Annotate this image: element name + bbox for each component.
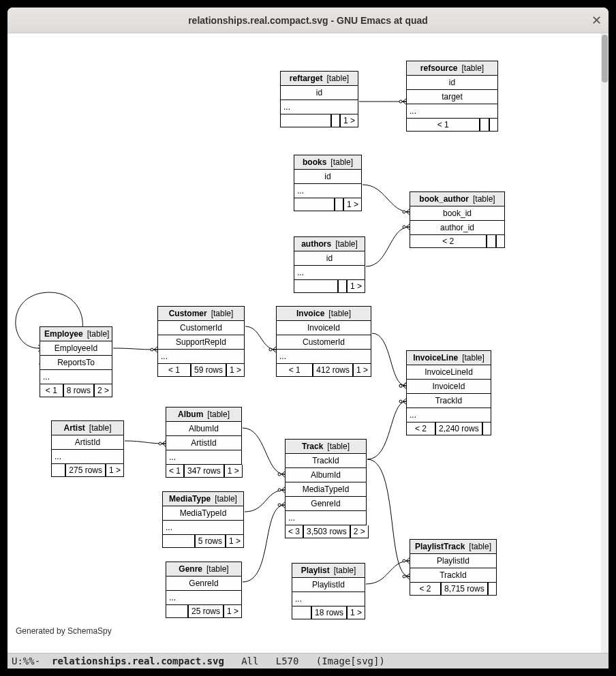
footer-right: 1 > [226,364,245,377]
table-footer: 25 rows1 > [166,605,242,618]
column-author_id: author_id [410,221,505,235]
table-invoice: Invoice[table]InvoiceIdCustomerId...< 14… [276,306,371,377]
table-footer: < 22,240 rows [406,422,491,435]
footer-right [489,119,498,132]
window-title: relationships.real.compact.svg - GNU Ema… [188,15,428,26]
footer-mid: 3,503 rows [303,525,350,538]
columns-ellipsis: ... [157,350,245,364]
footer-mid [480,119,489,132]
column-book_id: book_id [410,206,505,221]
table-header: Playlist[table] [292,563,365,578]
column-supportrepid: SupportRepId [157,335,245,350]
footer-mid: 18 rows [311,606,347,619]
table-header: PlaylistTrack[table] [410,539,497,554]
table-track: Track[table]TrackIdAlbumIdMediaTypeIdGen… [285,439,367,538]
footer-left: < 3 [285,525,303,538]
table-album: Album[table]AlbumIdArtistId...< 1347 row… [166,407,242,478]
table-type-label: [table] [469,542,491,551]
columns-ellipsis: ... [285,511,367,525]
footer-mid: 5 rows [195,535,226,548]
table-artist: Artist[table]ArtistId... 275 rows1 > [51,420,124,477]
table-type-label: [table] [327,442,350,451]
table-name: Track [302,442,323,451]
column-mediatypeid: MediaTypeId [162,506,244,521]
table-header: Track[table] [285,439,367,454]
footer-left: < 1 [166,465,184,478]
footer-right: 1 > [106,464,124,477]
columns-ellipsis: ... [280,100,358,114]
footer-right [488,583,497,596]
table-name: book_author [419,194,469,204]
column-reportsto: ReportsTo [40,356,112,370]
table-type-label: [table] [330,157,353,167]
table-name: Album [178,410,203,419]
column-playlistid: PlaylistId [410,554,497,568]
columns-ellipsis: ... [166,450,242,465]
footer-mid: 347 rows [184,465,224,478]
table-header: books[table] [294,155,362,170]
table-name: Employee [44,329,83,339]
column-mediatypeid: MediaTypeId [285,482,367,497]
footer-left: < 2 [410,583,441,596]
footer-mid: 25 rows [188,605,224,618]
scrollbar-thumb[interactable] [602,35,608,82]
table-customer: Customer[table]CustomerIdSupportRepId...… [157,306,245,377]
diagram-canvas: reftarget[table]id... 1 >refsource[table… [7,33,609,653]
table-type-label: [table] [473,194,495,204]
table-header: Employee[table] [40,326,112,341]
columns-ellipsis: ... [292,592,365,606]
table-header: Customer[table] [157,306,245,321]
table-name: Genre [179,564,202,574]
columns-ellipsis: ... [406,104,498,119]
column-artistid: ArtistId [51,435,124,450]
table-header: InvoiceLine[table] [406,350,491,365]
footer-mid: 275 rows [65,464,106,477]
footer-right: 1 > [224,605,242,618]
column-trackid: TrackId [406,394,491,408]
column-invoiceid: InvoiceId [406,380,491,394]
table-playlist: Playlist[table]PlaylistId... 18 rows1 > [292,563,365,619]
column-invoiceid: InvoiceId [276,321,371,335]
column-trackid: TrackId [285,454,367,468]
footer-left [162,535,195,548]
footer-right: 2 > [350,525,369,538]
table-footer: < 28,715 rows [410,583,497,596]
columns-ellipsis: ... [276,350,371,364]
table-header: Album[table] [166,407,242,422]
footer-mid: 412 rows [313,364,353,377]
table-type-label: [table] [334,566,356,575]
column-artistid: ArtistId [166,436,242,450]
columns-ellipsis: ... [294,266,365,280]
table-type-label: [table] [328,309,351,318]
table-name: InvoiceLine [413,353,458,363]
vertical-scrollbar[interactable] [601,33,609,653]
column-customerid: CustomerId [157,321,245,335]
emacs-window: relationships.real.compact.svg - GNU Ema… [7,7,609,669]
modeline: U:%%- relationships.real.compact.svg All… [7,653,609,669]
footer-mid [335,198,343,211]
table-type-label: [table] [215,494,237,504]
footer-mid: 8,715 rows [441,583,488,596]
table-type-label: [table] [462,63,484,73]
table-name: Invoice [296,309,324,318]
table-name: refsource [420,63,458,73]
close-icon[interactable]: ✕ [591,13,602,28]
footer-left [292,606,311,619]
table-footer: < 2 [410,235,505,248]
footer-left: < 1 [157,364,191,377]
table-footer: 1 > [294,198,362,211]
footer-right [496,235,505,248]
table-header: MediaType[table] [162,491,244,506]
footer-left: < 1 [40,384,63,397]
table-footer: < 1347 rows1 > [166,465,242,478]
table-footer: < 18 rows2 > [40,384,112,397]
table-name: Artist [63,423,84,433]
footer-right: 1 > [340,114,358,127]
table-footer: 18 rows1 > [292,606,365,619]
table-type-label: [table] [206,564,229,574]
table-type-label: [table] [87,329,110,339]
table-type-label: [table] [89,423,112,433]
column-id: id [294,251,365,266]
columns-ellipsis: ... [51,450,124,464]
column-employeeid: EmployeeId [40,341,112,356]
